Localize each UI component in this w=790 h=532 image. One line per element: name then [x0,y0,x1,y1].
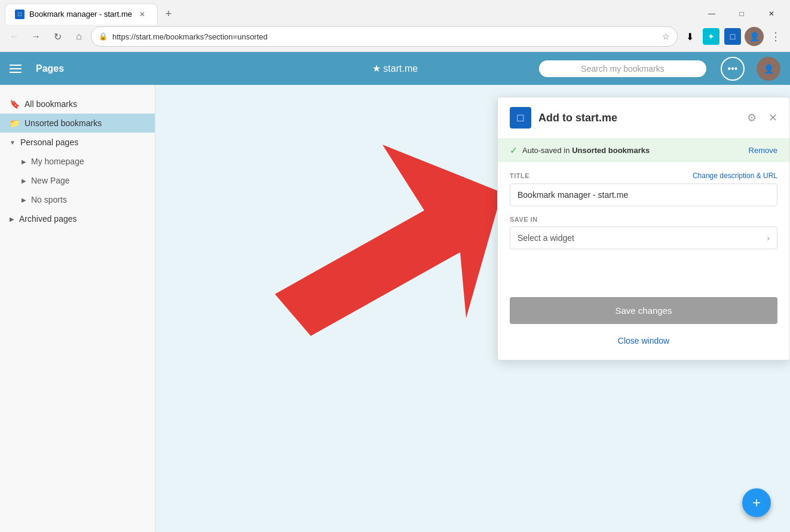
close-button[interactable]: ✕ [758,4,785,23]
sidebar-archived-pages-header[interactable]: ▶ Archived pages [0,209,155,228]
maximize-button[interactable]: □ [728,4,755,23]
svg-marker-0 [275,145,502,336]
dialog-logo: □ [510,107,531,129]
toolbar-icons: ⬇ ✦ □ 👤 ⋮ [680,27,785,46]
title-input[interactable] [510,184,777,206]
auto-saved-bar: ✓ Auto-saved in Unsorted bookmarks Remov… [498,139,789,162]
folder-icon: 📁 [10,118,20,128]
pages-label: Pages [36,63,64,74]
remove-button[interactable]: Remove [749,146,777,155]
hamburger-line-2 [10,68,22,69]
sidebar: 🔖 All bookmarks 📁 Unsorted bookmarks ▼ P… [0,85,155,532]
top-nav: Pages ★ start.me Search my bookmarks •••… [0,52,790,85]
fab-plus-icon: + [752,494,761,511]
hamburger-line-1 [10,65,22,66]
back-button[interactable]: ← [5,27,24,46]
url-bar[interactable]: 🔒 https://start.me/bookmarks?section=uns… [91,26,678,47]
dialog-close-icon[interactable]: ✕ [768,111,777,124]
sidebar-label-new-page: New Page [31,176,70,185]
blue-extension-icon[interactable]: □ [723,27,742,46]
change-desc-link[interactable]: Change description & URL [693,172,777,180]
bookmark-icon: 🔖 [10,99,20,109]
dots-icon: ••• [728,63,738,74]
widget-select-text: Select a widget [518,233,767,243]
sidebar-item-my-homepage[interactable]: ▶ My homepage [0,152,155,171]
dialog-header: □ Add to start.me ⚙ ✕ [498,97,789,139]
search-bar[interactable]: Search my bookmarks [539,60,706,77]
sidebar-item-unsorted-bookmarks[interactable]: 📁 Unsorted bookmarks [0,114,155,133]
url-text: https://start.me/bookmarks?section=unsor… [112,32,657,41]
add-to-startme-dialog: □ Add to start.me ⚙ ✕ ✓ Auto-saved in Un… [497,97,790,360]
tab-bar: Bookmark manager - start.me ✕ + [5,4,177,25]
dialog-settings-icon[interactable]: ⚙ [747,111,757,124]
profile-nav-avatar[interactable]: 👤 [757,57,780,81]
refresh-button[interactable]: ↻ [48,27,67,46]
address-bar: ← → ↻ ⌂ 🔒 https://start.me/bookmarks?sec… [0,24,790,51]
auto-saved-location: Unsorted bookmarks [572,146,650,155]
hamburger-menu[interactable] [10,65,22,73]
ext-icon: ✦ [703,28,719,45]
profile-image: 👤 [745,27,764,46]
archived-pages-label: Archived pages [19,214,77,224]
dialog-body: TITLE Change description & URL SAVE IN S… [498,162,789,360]
browser-chrome: Bookmark manager - start.me ✕ + — □ ✕ ← … [0,0,790,52]
close-window-button[interactable]: Close window [510,331,777,350]
save-in-label: SAVE IN [510,216,777,223]
user-menu-button[interactable]: ••• [721,57,745,81]
sidebar-item-all-bookmarks[interactable]: 🔖 All bookmarks [0,94,155,114]
title-bar: Bookmark manager - start.me ✕ + — □ ✕ [0,0,790,24]
sidebar-label-no-sports: No sports [31,195,67,204]
forward-button[interactable]: → [26,27,45,46]
widget-select-button[interactable]: Select a widget › [510,227,777,249]
hamburger-line-3 [10,72,22,73]
auto-saved-text: Auto-saved in Unsorted bookmarks [522,146,650,155]
check-icon: ✓ [510,145,518,156]
title-field-row: TITLE Change description & URL [510,172,777,180]
sidebar-personal-pages-header[interactable]: ▼ Personal pages [0,133,155,152]
dialog-title: Add to start.me [538,112,740,124]
title-label: TITLE [510,172,529,179]
page-arrow-2: ▶ [22,178,26,184]
page-area: □ Add to start.me ⚙ ✕ ✓ Auto-saved in Un… [155,85,790,532]
main-content: 🔖 All bookmarks 📁 Unsorted bookmarks ▼ P… [0,85,790,532]
arrow-svg [203,145,502,354]
tab-favicon [15,10,25,19]
profile-avatar[interactable]: 👤 [745,27,764,46]
new-tab-button[interactable]: + [160,5,177,22]
teal-extension-icon[interactable]: ✦ [702,27,721,46]
tab-title: Bookmark manager - start.me [29,10,132,19]
collapse-icon: ▼ [10,139,16,146]
fab-add-button[interactable]: + [742,488,771,517]
profile-nav-image: 👤 [757,57,780,81]
startme-logo: ★ start.me [372,63,418,74]
window-controls: — □ ✕ [698,4,785,23]
lock-icon: 🔒 [99,32,108,41]
app-container: Pages ★ start.me Search my bookmarks •••… [0,52,790,532]
bookmark-star-icon[interactable]: ☆ [662,32,670,41]
sidebar-label-unsorted: Unsorted bookmarks [25,118,102,128]
home-button[interactable]: ⌂ [69,27,88,46]
sidebar-label-all-bookmarks: All bookmarks [25,99,77,109]
red-arrow [203,145,442,324]
tab-close-button[interactable]: ✕ [137,9,148,20]
personal-pages-label: Personal pages [20,137,78,147]
sidebar-item-no-sports[interactable]: ▶ No sports [0,190,155,209]
download-icon[interactable]: ⬇ [680,27,699,46]
archived-arrow: ▶ [10,216,14,222]
more-menu-button[interactable]: ⋮ [766,27,785,46]
blue-ext: □ [724,28,741,45]
page-arrow-1: ▶ [22,158,26,165]
chevron-right-icon: › [767,233,770,243]
page-arrow-3: ▶ [22,197,26,203]
sidebar-label-my-homepage: My homepage [31,157,84,166]
sidebar-item-new-page[interactable]: ▶ New Page [0,171,155,190]
save-changes-button[interactable]: Save changes [510,297,777,324]
minimize-button[interactable]: — [698,4,725,23]
active-tab[interactable]: Bookmark manager - start.me ✕ [5,4,158,25]
